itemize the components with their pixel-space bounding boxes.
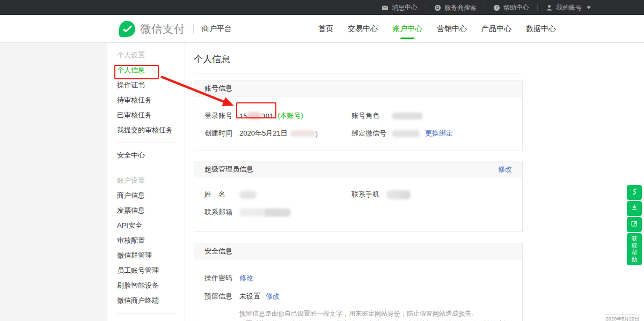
brand: 微信支付 商户平台 [119,15,232,43]
bound-wechat-label: 绑定微信号 [352,129,392,138]
get-help-label: 获取帮助 [631,235,638,263]
topbar-help-center[interactable]: ? 帮助中心 [485,0,537,15]
description-line: 配置后将在首页及充值页面显示。若未看到预留信息，表明当前访问的网站存在风险，请终… [239,319,512,321]
security-info-title: 安全信息 [204,243,232,259]
super-admin-title: 超级管理员信息 [204,161,253,177]
wechat-pay-logo-icon [119,21,135,37]
change-binding-link[interactable]: 更换绑定 [425,129,453,138]
nav-transaction-center[interactable]: 交易中心 [348,15,378,42]
sidebar-header-account-settings: 账户设置 [117,173,185,188]
sidebar-item-review-config[interactable]: 审核配置 [117,233,185,248]
super-admin-body: 姓 名 联系手机 联系邮箱 [194,177,522,232]
brand-divider [193,24,194,34]
link-icon [631,188,639,198]
account-info-title: 账号信息 [204,80,232,96]
mail-icon [382,4,389,11]
question-circle-icon: ? [493,4,500,11]
nav-home[interactable]: 首页 [318,15,333,42]
created-time-text: 2020年5月21日 [239,129,288,138]
topbar-message-center[interactable]: 消息中心 [374,0,426,15]
account-role-value [392,113,423,120]
security-info-section: 安全信息 操作密码 修改 预留信息 未设置 修改 预留 [194,243,523,321]
security-info-header: 安全信息 [194,243,522,259]
sidebar-item-face-smart-device[interactable]: 刷脸智能设备 [117,278,185,293]
left-gray-band [0,43,107,321]
main-nav: 首页 交易中心 账户中心 营销中心 产品中心 数据中心 [318,15,556,42]
footer-date-badge: 2020年5月22日 [605,315,640,321]
reserved-info-description: 预留信息是由你自己设置的一段文字，用来鉴定网站身份，防止假冒网站造成损失。 配置… [239,309,512,321]
sidebar-item-security-center[interactable]: 安全中心 [117,148,185,163]
sidebar-item-api-security[interactable]: API安全 [117,218,185,233]
admin-name-label: 姓 名 [204,190,239,199]
sidebar-item-my-submitted-tasks[interactable]: 我提交的审核任务 [117,123,185,138]
link-button[interactable] [627,185,642,200]
page-body: 个人设置 个人信息 操作证书 待审核任务 已审核任务 我提交的审核任务 安全中心… [0,43,644,321]
topbar-items: 消息中心 服务商搜索 ? 帮助中心 我的账号 [374,0,599,15]
account-info-section: 账号信息 登录账号 15 301 (本账号) 账号角色 [194,80,523,151]
sidebar-item-wechat-merchant-terminal[interactable]: 微信商户终端 [117,293,185,308]
created-time-tail: ) [316,130,318,138]
header: 微信支付 商户平台 首页 交易中心 账户中心 营销中心 产品中心 数据中心 [0,15,644,43]
admin-name-redaction [239,191,257,199]
main-content: 个人信息 账号信息 登录账号 15 301 (本账号) [186,43,644,321]
get-help-button[interactable]: 获取帮助 [627,233,642,265]
sidebar: 个人设置 个人信息 操作证书 待审核任务 已审核任务 我提交的审核任务 安全中心… [107,43,185,321]
admin-email-redaction [264,208,291,217]
sidebar-item-staff-account-management[interactable]: 员工账号管理 [117,263,185,278]
sidebar-divider [117,313,176,313]
download-icon [631,204,638,213]
brand-name: 微信支付 [140,22,185,36]
login-account-redaction [247,112,261,120]
admin-phone-label: 联系手机 [352,190,386,199]
sidebar-item-reviewed-tasks[interactable]: 已审核任务 [117,108,185,123]
current-account-note: (本账号) [277,111,303,121]
edit-icon [631,220,638,229]
account-info-body: 登录账号 15 301 (本账号) 账号角色 [194,96,522,151]
reserved-info-edit-link[interactable]: 修改 [266,292,280,301]
svg-text:?: ? [495,5,497,10]
topbar-item-label: 服务商搜索 [444,3,477,12]
admin-email-label: 联系邮箱 [204,207,239,217]
description-line: 预留信息是由你自己设置的一段文字，用来鉴定网站身份，防止假冒网站造成损失。 [239,309,512,319]
reserved-info-label: 预留信息 [204,292,239,301]
floating-help-panel: 获取帮助 [627,185,642,265]
nav-account-center[interactable]: 账户中心 [392,15,422,42]
sidebar-item-pending-review-tasks[interactable]: 待审核任务 [117,93,185,108]
feedback-button[interactable] [627,217,642,232]
sidebar-header-personal-settings: 个人设置 [117,48,185,63]
nav-product-center[interactable]: 产品中心 [481,15,511,42]
login-account-label: 登录账号 [204,111,239,121]
admin-email-value [239,208,291,217]
topbar-item-label: 消息中心 [392,3,418,12]
account-role-redaction [392,113,423,120]
account-info-header: 账号信息 [194,80,522,96]
login-account-prefix: 15 [239,112,247,120]
search-circle-icon [434,4,441,11]
sidebar-item-merchant-info[interactable]: 商户信息 [117,188,185,203]
sidebar-divider [117,143,176,143]
topbar-provider-search[interactable]: 服务商搜索 [426,0,485,15]
nav-marketing-center[interactable]: 营销中心 [437,15,467,42]
brand-subtitle: 商户平台 [202,24,232,34]
topbar: 消息中心 服务商搜索 ? 帮助中心 我的账号 [0,0,644,15]
operation-password-label: 操作密码 [204,273,239,283]
admin-phone-value [386,190,411,199]
account-role-label: 账号角色 [352,111,392,121]
super-admin-section: 超级管理员信息 修改 姓 名 联系手机 [194,161,523,232]
login-account-value: 15 301 (本账号) [239,111,303,121]
topbar-my-account[interactable]: 我的账号 [538,0,599,15]
bound-wechat-value: 更换绑定 [392,129,453,138]
download-button[interactable] [627,201,642,216]
security-info-body: 操作密码 修改 预留信息 未设置 修改 预留信息是由你自己设置的一段文字，用来鉴… [194,259,522,321]
admin-name-value [239,191,257,199]
admin-phone-redaction [386,190,411,199]
sidebar-item-personal-info[interactable]: 个人信息 [117,63,185,78]
sidebar-item-invoice-info[interactable]: 发票信息 [117,203,185,218]
sidebar-divider [117,168,176,168]
operation-password-edit-link[interactable]: 修改 [239,273,253,283]
sidebar-item-operation-certificate[interactable]: 操作证书 [117,78,185,93]
topbar-item-label: 帮助中心 [503,3,529,12]
super-admin-edit-link[interactable]: 修改 [498,161,512,177]
nav-data-center[interactable]: 数据中心 [526,15,556,42]
sidebar-item-wechat-group-management[interactable]: 微信群管理 [117,248,185,263]
